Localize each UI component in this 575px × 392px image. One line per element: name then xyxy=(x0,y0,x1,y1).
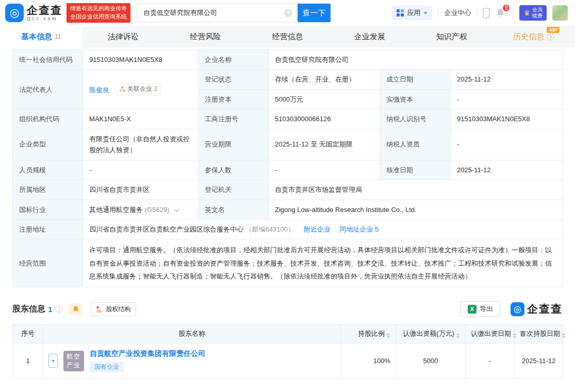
export-button[interactable]: X 导出 xyxy=(461,301,500,317)
related-companies-badge[interactable]: 关联企业 2 xyxy=(116,83,161,95)
same-address-companies-link[interactable]: 同地址企业 5 xyxy=(339,225,379,233)
header-right-nav: 应用 企业中心 9 ♛ 会员 续费 xyxy=(392,5,568,21)
logo-text: 企查查 xyxy=(27,5,62,16)
col-first-date[interactable]: 首次持股日期 xyxy=(515,324,563,344)
info-icon[interactable]: i xyxy=(55,305,62,313)
excel-icon: X xyxy=(468,305,477,314)
top-header: ◎ 企查查 Qcc.com 缔造有远见的商业传奇 全国企业信用查询系统 ✕ 查一… xyxy=(0,0,575,26)
info-icon[interactable]: i xyxy=(547,33,554,40)
field-label: 实缴资本 xyxy=(380,89,451,109)
shareholders-header-row: 序号 股东名称 持股比例 认缴出资额(万元) 认缴出资日期 首次持股日期 xyxy=(13,324,563,344)
notification-count-badge: 9 xyxy=(502,4,511,12)
field-label: 参保人数 xyxy=(199,160,269,179)
slogan-line2: 全国企业信用查询系统 xyxy=(70,13,127,21)
col-index: 序号 xyxy=(13,324,43,344)
qcc-logo-icon[interactable]: ◎ xyxy=(5,4,24,22)
tab-intellectual-property[interactable]: 知识产权 xyxy=(410,26,492,47)
divider xyxy=(513,9,514,17)
field-label: 纳税人识别号 xyxy=(380,109,451,129)
sort-icon xyxy=(386,333,390,338)
qcc-watermark-text: 企查查 xyxy=(527,302,563,316)
field-label: 工商注册号 xyxy=(199,109,269,129)
col-ratio[interactable]: 持股比例 xyxy=(341,324,396,344)
col-amount[interactable]: 认缴出资额(万元) xyxy=(396,324,466,344)
related-label: 关联企业 xyxy=(127,84,152,94)
field-label: 登记状态 xyxy=(199,70,269,89)
section-tabbar: 基本信息 11 法律诉讼 经营风险 经营信息 企业发展 知识产权 VIP 历史信… xyxy=(0,26,575,47)
mobile-app-icon[interactable] xyxy=(483,8,490,19)
clear-search-icon[interactable]: ✕ xyxy=(284,9,292,17)
org-code-value: MAK1N0E5-X xyxy=(83,109,199,129)
field-label: 企业类型 xyxy=(13,129,83,160)
qcc-logo[interactable]: 企查查 Qcc.com xyxy=(27,5,62,21)
col-shareholder-name: 股东名称 xyxy=(43,324,341,344)
english-name-value: Zigong Low-altitude Research Institute C… xyxy=(269,200,563,219)
tab-company-development[interactable]: 企业发展 xyxy=(328,26,410,47)
shareholders-section-header: 股东信息 1 i 股权结构 X 导出 ◎ 企查查 xyxy=(12,301,563,317)
member-line2: 续费 xyxy=(532,13,543,19)
company-type-value: 有限责任公司（非自然人投资或控股的法人独资） xyxy=(83,129,199,160)
establish-date-value: 2025-11-12 xyxy=(451,70,563,89)
sort-icon xyxy=(456,333,460,338)
field-label: 所属地区 xyxy=(13,180,83,200)
export-label: 导出 xyxy=(480,304,493,314)
search-input[interactable] xyxy=(137,4,298,22)
tab-basic-info[interactable]: 基本信息 11 xyxy=(0,26,82,47)
industry-code: (G5629) xyxy=(145,206,170,214)
shareholders-title: 股东信息 xyxy=(12,304,45,315)
industry-value: 其他通用航空服务 xyxy=(89,206,143,214)
field-label: 英文名 xyxy=(199,200,269,219)
sort-icon xyxy=(513,333,517,338)
apps-label: 应用 xyxy=(407,8,420,18)
staff-size-value: - xyxy=(83,160,199,179)
logo-subtext: Qcc.com xyxy=(27,16,62,21)
user-avatar[interactable] xyxy=(552,5,568,21)
monitor-bell-icon[interactable] xyxy=(69,303,83,315)
reg-status-value: 存续（在营、开业、在册） xyxy=(269,70,380,89)
tab-label: 经营信息 xyxy=(272,32,303,42)
reg-capital-value: 5000万元 xyxy=(269,89,380,109)
field-label: 经营范围 xyxy=(13,239,83,287)
tab-operation-info[interactable]: 经营信息 xyxy=(247,26,328,47)
divider xyxy=(477,9,477,17)
shareholders-table: 序号 股东名称 持股比例 认缴出资额(万元) 认缴出资日期 首次持股日期 1 +… xyxy=(12,324,563,379)
field-label: 企业名称 xyxy=(199,50,269,70)
tab-operation-risk[interactable]: 经营风险 xyxy=(165,26,247,47)
col-date[interactable]: 认缴出资日期 xyxy=(466,324,515,344)
field-label: 国标行业 xyxy=(13,200,83,219)
search-button[interactable]: 查一下 xyxy=(298,4,331,22)
first-date-value: 2025-11-12 xyxy=(515,344,563,379)
equity-structure-button[interactable]: 股权结构 xyxy=(91,302,136,316)
shareholders-count: 1 xyxy=(48,305,52,314)
expand-button[interactable]: + xyxy=(48,354,58,368)
chevron-down-icon[interactable] xyxy=(174,207,179,212)
field-label: 法定代表人 xyxy=(13,70,83,109)
field-label: 核准日期 xyxy=(380,160,451,179)
field-label: 组织机构代码 xyxy=(13,109,83,129)
slogan-line1: 缔造有远见的商业传奇 xyxy=(70,5,127,13)
search-box: ✕ 查一下 xyxy=(137,4,331,22)
address-postcode: （邮编643100） xyxy=(245,225,294,233)
field-label: 人员规模 xyxy=(13,160,83,179)
tab-history-info[interactable]: VIP 历史信息 i xyxy=(493,26,575,47)
member-renew-button[interactable]: ♛ 会员 续费 xyxy=(519,5,547,21)
authority-value: 自贡市贡井区市场监督管理局 xyxy=(269,180,563,200)
org-chart-icon xyxy=(119,86,125,92)
nearby-companies-link[interactable]: 附近企业 xyxy=(304,225,331,233)
related-count: 2 xyxy=(154,84,158,94)
qcc-watermark: ◎ 企查查 xyxy=(511,302,563,316)
company-name-value: 自贡低空研究院有限公司 xyxy=(269,50,563,70)
tab-legal-litigation[interactable]: 法律诉讼 xyxy=(82,26,164,47)
legal-rep-link[interactable]: 陈俊良 xyxy=(89,86,109,94)
field-label: 统一社会信用代码 xyxy=(13,50,83,70)
vip-badge: VIP xyxy=(547,27,560,33)
enterprise-center-link[interactable]: 企业中心 xyxy=(444,8,471,18)
row-index: 1 xyxy=(13,344,43,379)
industry-cell: 其他通用航空服务 (G5629) xyxy=(83,200,199,219)
apps-menu[interactable]: 应用 xyxy=(392,6,432,20)
notifications-bell-icon[interactable]: 9 xyxy=(496,8,507,18)
taxpayer-id-value: 91510303MAK1N0E5X8 xyxy=(451,109,563,129)
crown-icon: ♛ xyxy=(523,9,530,17)
shareholder-name-link[interactable]: 自贡航空产业投资集团有限责任公司 xyxy=(90,349,205,358)
slogan-banner: 缔造有远见的商业传奇 全国企业信用查询系统 xyxy=(67,3,130,23)
